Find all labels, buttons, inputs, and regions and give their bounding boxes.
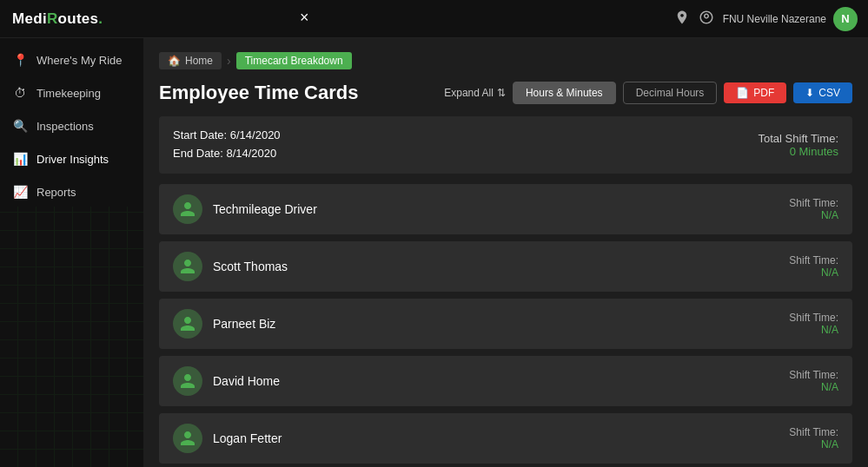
- driver-right: Shift Time: N/A: [789, 254, 838, 279]
- sort-icon: ⇅: [497, 87, 506, 99]
- driver-name: Scott Thomas: [213, 260, 288, 273]
- driver-left: Parneet Biz: [173, 309, 275, 339]
- inspect-icon: 🔍: [12, 119, 28, 133]
- user-name: FNU Neville Nazerane: [723, 13, 826, 25]
- breadcrumb-separator: ›: [227, 54, 231, 68]
- driver-list: Techmileage Driver Shift Time: N/A Scott…: [159, 184, 852, 467]
- driver-right: Shift Time: N/A: [789, 197, 838, 221]
- page-header: Employee Time Cards Expand All ⇅ Hours &…: [159, 82, 852, 104]
- pdf-icon: 📄: [736, 87, 749, 99]
- driver-name: David Home: [213, 374, 280, 388]
- decimal-hours-tab[interactable]: Decimal Hours: [623, 82, 718, 104]
- sidebar-item-reports[interactable]: 📈 Reports: [0, 175, 143, 208]
- driver-right: Shift Time: N/A: [789, 312, 838, 336]
- close-button[interactable]: ×: [300, 9, 309, 27]
- settings-topbar-icon[interactable]: [699, 10, 714, 29]
- driver-row[interactable]: Techmileage Driver Shift Time: N/A: [159, 184, 852, 234]
- logo: MediRoutes.: [0, 0, 143, 38]
- driver-right: Shift Time: N/A: [789, 426, 838, 451]
- expand-all-button[interactable]: Expand All ⇅: [444, 87, 506, 99]
- breadcrumb-home[interactable]: 🏠 Home: [159, 52, 222, 69]
- shift-value: N/A: [789, 209, 838, 221]
- shift-value: N/A: [789, 266, 838, 279]
- sidebar-item-wheres-my-ride[interactable]: 📍 Where's My Ride: [0, 43, 143, 76]
- shift-value: N/A: [789, 438, 838, 451]
- insights-icon: 📊: [12, 152, 28, 166]
- sidebar-item-inspections[interactable]: 🔍 Inspections: [0, 109, 143, 142]
- driver-avatar: [173, 424, 202, 453]
- end-date-label: End Date:: [173, 147, 223, 160]
- date-info: Start Date: 6/14/2020 End Date: 8/14/202…: [173, 127, 281, 163]
- user-info: FNU Neville Nazerane N: [723, 7, 858, 31]
- driver-row[interactable]: Logan Fetter Shift Time: N/A: [159, 413, 852, 464]
- driver-name: Logan Fetter: [213, 431, 282, 445]
- start-date-label: Start Date:: [173, 128, 227, 141]
- start-date-value: 6/14/2020: [230, 128, 281, 141]
- clock-icon: ⏱: [12, 86, 28, 100]
- driver-left: Techmileage Driver: [173, 194, 317, 224]
- topbar: × FNU Neville Nazerane N: [143, 0, 868, 38]
- total-shift-label: Total Shift Time:: [759, 132, 838, 145]
- sidebar: MediRoutes. 📍 Where's My Ride ⏱ Timekeep…: [0, 0, 143, 467]
- location-icon: 📍: [12, 53, 28, 67]
- person-icon: [179, 430, 196, 447]
- csv-button[interactable]: ⬇ CSV: [793, 82, 852, 103]
- driver-name: Parneet Biz: [213, 317, 275, 331]
- csv-icon: ⬇: [805, 87, 814, 99]
- end-date-value: 8/14/2020: [226, 147, 276, 160]
- person-icon: [179, 258, 196, 275]
- hours-minutes-tab[interactable]: Hours & Minutes: [513, 82, 616, 104]
- driver-left: Scott Thomas: [173, 252, 288, 281]
- shift-label: Shift Time:: [789, 369, 838, 381]
- home-icon: 🏠: [168, 55, 181, 67]
- driver-avatar: [173, 194, 202, 224]
- pdf-button[interactable]: 📄 PDF: [724, 82, 786, 103]
- breadcrumb: 🏠 Home › Timecard Breakdown: [159, 52, 852, 69]
- sidebar-item-timekeeping[interactable]: ⏱ Timekeeping: [0, 76, 143, 109]
- info-card: Start Date: 6/14/2020 End Date: 8/14/202…: [159, 116, 852, 174]
- sidebar-nav: 📍 Where's My Ride ⏱ Timekeeping 🔍 Inspec…: [0, 38, 143, 467]
- shift-label: Shift Time:: [789, 426, 838, 438]
- location-topbar-icon[interactable]: [674, 10, 690, 29]
- shift-label: Shift Time:: [789, 197, 838, 209]
- driver-name: Techmileage Driver: [213, 202, 317, 216]
- person-icon: [179, 372, 196, 390]
- driver-row[interactable]: Scott Thomas Shift Time: N/A: [159, 241, 852, 292]
- driver-avatar: [173, 309, 202, 339]
- driver-row[interactable]: David Home Shift Time: N/A: [159, 356, 852, 406]
- shift-label: Shift Time:: [789, 254, 838, 266]
- page-title: Employee Time Cards: [159, 82, 358, 104]
- sidebar-item-driver-insights[interactable]: 📊 Driver Insights: [0, 142, 143, 175]
- person-icon: [179, 315, 196, 332]
- driver-left: Logan Fetter: [173, 424, 282, 453]
- driver-right: Shift Time: N/A: [789, 369, 838, 393]
- reports-icon: 📈: [12, 185, 28, 199]
- total-shift: Total Shift Time: 0 Minutes: [759, 132, 838, 158]
- driver-left: David Home: [173, 366, 280, 396]
- header-controls: Expand All ⇅ Hours & Minutes Decimal Hou…: [444, 82, 852, 104]
- driver-avatar: [173, 366, 202, 396]
- main-content: × FNU Neville Nazerane N 🏠 Home › Timeca…: [143, 0, 868, 467]
- person-icon: [179, 201, 196, 218]
- user-avatar: N: [833, 7, 858, 31]
- shift-label: Shift Time:: [789, 312, 838, 324]
- content-area: 🏠 Home › Timecard Breakdown Employee Tim…: [143, 38, 868, 467]
- total-shift-value: 0 Minutes: [759, 145, 838, 158]
- breadcrumb-current[interactable]: Timecard Breakdown: [236, 52, 352, 69]
- driver-row[interactable]: Parneet Biz Shift Time: N/A: [159, 299, 852, 349]
- shift-value: N/A: [789, 324, 838, 336]
- shift-value: N/A: [789, 381, 838, 393]
- driver-avatar: [173, 252, 202, 281]
